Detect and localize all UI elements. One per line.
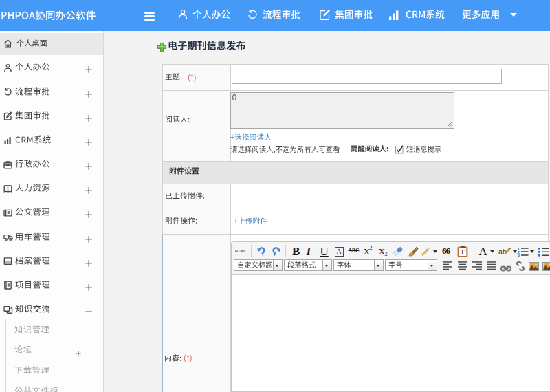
svg-text:T: T (460, 249, 465, 256)
svg-text:3: 3 (518, 253, 520, 257)
